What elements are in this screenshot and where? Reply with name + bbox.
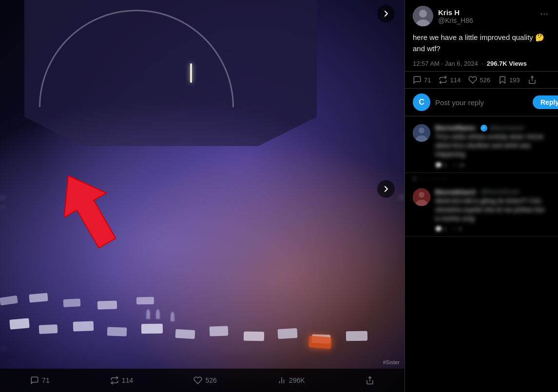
comment-actions-1: 💬 2 ♡ 14	[435, 162, 550, 168]
verified-badge-1: ✓	[481, 125, 487, 131]
tweet-author-info: Kris H @Kris_H86	[413, 6, 473, 26]
tweet-author-avatar[interactable]	[413, 6, 433, 26]
tweet-timestamp: 12:57 AM · Jan 6, 2024	[413, 60, 478, 67]
user-info: Kris H @Kris_H86	[438, 8, 473, 24]
current-user-avatar: C	[413, 93, 430, 111]
comment-header-2: BlurredUser2 · @blurred2user	[435, 188, 550, 196]
commenter-avatar-2[interactable]	[413, 188, 430, 206]
svg-point-10	[419, 128, 424, 133]
blurred-side-text-left: ns	[0, 195, 5, 200]
comment-reply-action-1[interactable]: 💬 2	[435, 162, 446, 168]
share-action[interactable]	[528, 75, 537, 84]
commenter-avatar-img-1	[413, 124, 430, 142]
tweet-header: Kris H @Kris_H86 ···	[405, 0, 558, 30]
nav-next-right-button[interactable]	[377, 180, 395, 198]
comment-reply-action-2[interactable]: 💬 1	[435, 226, 446, 232]
toolbar-like[interactable]: 526	[193, 376, 216, 385]
commenter-avatar-img-2	[413, 188, 430, 206]
tweet-views: 296.7K Views	[487, 60, 527, 67]
video-toolbar: 71 114 526 296K	[0, 369, 404, 392]
svg-point-6	[419, 10, 427, 18]
comment-text-2: Wh4t th3 h3ll is g0ing 0n th3re?? C4n s0…	[435, 197, 550, 224]
video-overlay: #Sister ns nB ms C ms	[0, 0, 404, 392]
comments-section: BlurredName · ✓ @blurreduser Th1s vid3o …	[405, 116, 558, 392]
tweet-meta: 12:57 AM · Jan 6, 2024 · 296.7K Views	[405, 58, 558, 72]
cars-scene	[0, 246, 404, 368]
like-action[interactable]: 526	[468, 75, 490, 84]
commenter-username-1[interactable]: @blurreduser	[489, 125, 525, 131]
toolbar-share[interactable]	[366, 376, 374, 385]
blurred-overlay-text2: C	[0, 307, 3, 312]
comment-item: BlurredName · ✓ @blurreduser Th1s vid3o …	[405, 120, 558, 173]
comment-actions-2: 💬 1 ♡ 8	[435, 226, 550, 232]
comment-body-2: BlurredUser2 · @blurred2user Wh4t th3 h3…	[435, 188, 550, 233]
commenter-username-2[interactable]: @blurred2user	[481, 188, 520, 195]
commenter-avatar-1[interactable]	[413, 124, 430, 142]
blurred-overlay-text: ms	[0, 205, 6, 209]
comment-like-action-2[interactable]: ♡ 8	[452, 226, 462, 232]
retweet-count: 114	[450, 76, 461, 84]
blurred-separator-text: C · · · · · · · · · ·	[405, 173, 558, 185]
toolbar-views: 296K	[277, 376, 305, 385]
tweet-text: here we have a little improved quality 🤔…	[413, 33, 544, 53]
like-count: 526	[480, 76, 490, 84]
bookmark-action[interactable]: 193	[498, 75, 520, 84]
bookmark-count: 193	[509, 76, 520, 84]
username[interactable]: @Kris_H86	[438, 17, 473, 24]
comment-item-2: BlurredUser2 · @blurred2user Wh4t th3 h3…	[405, 185, 558, 237]
svg-marker-0	[47, 166, 129, 253]
comment-header-1: BlurredName · ✓ @blurreduser	[435, 124, 550, 131]
tweet-panel: Kris H @Kris_H86 ··· here we have a litt…	[404, 0, 558, 392]
toolbar-comment[interactable]: 71	[30, 376, 50, 385]
comment-count: 71	[424, 76, 431, 84]
retweet-action[interactable]: 114	[439, 75, 461, 84]
display-name[interactable]: Kris H	[438, 8, 473, 17]
watermark-text: #Sister	[383, 359, 400, 365]
comment-action[interactable]: 71	[413, 75, 431, 84]
tweet-content: here we have a little improved quality 🤔…	[405, 30, 558, 58]
toolbar-retweet[interactable]: 114	[110, 376, 133, 385]
reply-submit-button[interactable]: Reply	[533, 95, 558, 109]
blurred-side-text-right: nB	[399, 195, 404, 200]
more-options-button[interactable]: ···	[538, 6, 550, 21]
reply-input-area: C Reply	[405, 89, 558, 116]
nav-next-button[interactable]	[377, 5, 395, 22]
comment-like-action-1[interactable]: ♡ 14	[452, 162, 464, 168]
comment-text-1: Th1s vid3o sh0ws ex4ctly what I th1nk ab…	[435, 132, 550, 159]
light-beam	[190, 63, 192, 83]
svg-point-13	[419, 192, 424, 198]
commenter-name-2[interactable]: BlurredUser2 ·	[435, 188, 479, 196]
reply-text-input[interactable]	[435, 98, 528, 107]
commenter-name-1[interactable]: BlurredName ·	[435, 124, 479, 131]
blurred-overlay-text3: ms	[0, 346, 6, 351]
red-arrow-annotation	[39, 166, 136, 253]
avatar-image	[413, 6, 433, 26]
video-panel: #Sister ns nB ms C ms 71 114 526 296K	[0, 0, 404, 392]
comment-body-1: BlurredName · ✓ @blurreduser Th1s vid3o …	[435, 124, 550, 168]
tweet-action-bar: 71 114 526 193	[405, 72, 558, 89]
